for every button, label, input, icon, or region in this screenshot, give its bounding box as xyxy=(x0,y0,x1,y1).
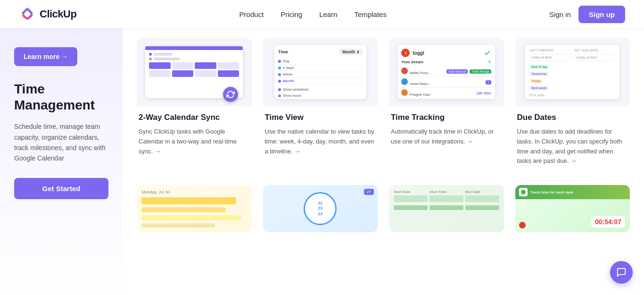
feature-grid-top: 2-Way Calendar Sync Sync ClickUp tasks w… xyxy=(137,38,630,174)
calendar-sync-desc: Sync ClickUp tasks with Google Calendar … xyxy=(137,127,252,156)
bottom-card-2-image: 222324 27 xyxy=(263,185,378,232)
bottom-feature-card-3: Start DateStart TimeDue Date xyxy=(389,185,504,232)
time-view-desc: Use the native calendar to view tasks by… xyxy=(263,127,378,156)
calendar-sync-title: 2-Way Calendar Sync xyxy=(137,113,252,122)
nav-product[interactable]: Product xyxy=(239,10,264,18)
sidebar-title: Time Management xyxy=(14,81,108,113)
sync-icon xyxy=(223,87,238,102)
logo-container: ClickUp xyxy=(19,6,76,23)
bottom-feature-card-2: 222324 27 xyxy=(263,185,378,232)
feature-card-time-tracking: t toggl Time Details ✕ Nikita Pono... Ad… xyxy=(389,38,504,174)
bottom-card-1-image: Monday, Jul 30 xyxy=(137,185,252,232)
feature-grid-bottom: Monday, Jul 30 222324 27 xyxy=(137,185,630,232)
sidebar-description: Schedule time, manage team capacity, org… xyxy=(14,121,108,164)
clickup-logo-icon xyxy=(19,6,36,23)
bottom-feature-card-1: Monday, Jul 30 xyxy=(137,185,252,232)
due-dates-mockup: LAST CREATED today at 8am SET DUE DATE t… xyxy=(525,45,619,99)
chat-icon xyxy=(616,267,627,278)
due-dates-image: LAST CREATED today at 8am SET DUE DATE t… xyxy=(515,38,630,106)
nav-templates[interactable]: Templates xyxy=(355,10,387,18)
due-dates-desc: Use due dates to add deadlines for tasks… xyxy=(515,127,630,166)
toggl-logo: t xyxy=(401,49,410,57)
navbar: ClickUp Product Pricing Learn Templates … xyxy=(0,0,644,28)
sidebar: Learn more → Time Management Schedule ti… xyxy=(0,28,123,295)
due-dates-title: Due Dates xyxy=(515,113,630,122)
logo-text: ClickUp xyxy=(40,8,76,20)
bottom-feature-card-4: Track time for each task 00:54:07 xyxy=(515,185,630,232)
nav-links: Product Pricing Learn Templates xyxy=(239,10,387,18)
svg-point-0 xyxy=(521,190,526,194)
calendar-sync-image xyxy=(137,38,252,106)
signin-button[interactable]: Sign in xyxy=(549,10,571,18)
timer-display: 00:54:07 xyxy=(591,216,625,228)
feature-card-time-view: Time Month ∨ Day 4 days Week Month Show … xyxy=(263,38,378,174)
time-tracking-image: t toggl Time Details ✕ Nikita Pono... Ad… xyxy=(389,38,504,106)
feature-card-calendar-sync: 2-Way Calendar Sync Sync ClickUp tasks w… xyxy=(137,38,252,174)
nav-pricing[interactable]: Pricing xyxy=(281,10,302,18)
navbar-auth: Sign in Sign up xyxy=(549,6,625,23)
bottom-4-accent: Track time for each task xyxy=(515,185,630,199)
page-body: Learn more → Time Management Schedule ti… xyxy=(0,28,644,295)
time-tracking-title: Time Tracking xyxy=(389,113,504,122)
get-started-button[interactable]: Get Started xyxy=(14,178,108,199)
time-view-image: Time Month ∨ Day 4 days Week Month Show … xyxy=(263,38,378,106)
main-content: 2-Way Calendar Sync Sync ClickUp tasks w… xyxy=(123,28,644,295)
calendar-sync-mockup xyxy=(145,46,243,98)
sidebar-cta-button[interactable]: Learn more → xyxy=(14,47,77,66)
nav-learn[interactable]: Learn xyxy=(319,10,337,18)
feature-card-due-dates: LAST CREATED today at 8am SET DUE DATE t… xyxy=(515,38,630,174)
chat-bubble[interactable] xyxy=(610,261,633,284)
bottom-card-4-image: Track time for each task 00:54:07 xyxy=(515,185,630,232)
time-tracking-mockup: t toggl Time Details ✕ Nikita Pono... Ad… xyxy=(397,45,495,99)
time-view-mockup: Time Month ∨ Day 4 days Week Month Show … xyxy=(274,45,366,99)
time-tracking-desc: Automatically track time in ClickUp, or … xyxy=(389,127,504,147)
bottom-card-3-image: Start DateStart TimeDue Date xyxy=(389,185,504,232)
time-view-title: Time View xyxy=(263,113,378,122)
signup-button[interactable]: Sign up xyxy=(578,6,625,23)
